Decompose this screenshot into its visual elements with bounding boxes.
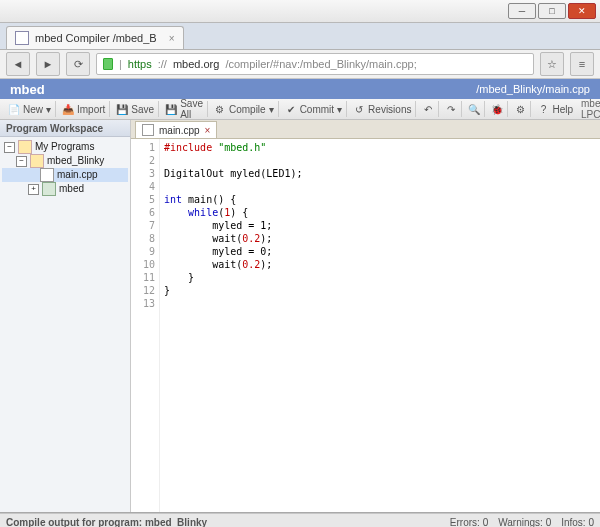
import-button[interactable]: 📥Import bbox=[58, 101, 110, 117]
tab-title: mbed Compiler /mbed_B bbox=[35, 32, 157, 44]
device-selector[interactable]: mbed LPC1768 bbox=[581, 98, 600, 120]
sidebar-title: Program Workspace bbox=[0, 120, 130, 137]
lock-icon bbox=[103, 58, 113, 70]
address-bar: ◄ ► ⟳ | https://mbed.org/compiler/#nav:/… bbox=[0, 50, 600, 79]
expand-icon[interactable]: + bbox=[28, 184, 39, 195]
folder-icon bbox=[30, 154, 44, 168]
output-title: Compile output for program: mbed_Blinky bbox=[6, 517, 207, 528]
tools-button[interactable]: ⚙ bbox=[510, 101, 531, 117]
collapse-icon[interactable]: − bbox=[16, 156, 27, 167]
minimize-button[interactable]: ─ bbox=[508, 3, 536, 19]
back-button[interactable]: ◄ bbox=[6, 52, 30, 76]
workspace: Program Workspace −My Programs −mbed_Bli… bbox=[0, 120, 600, 513]
favicon-icon bbox=[15, 31, 29, 45]
breadcrumb: /mbed_Blinky/main.cpp bbox=[476, 83, 590, 95]
editor-tab-main[interactable]: main.cpp × bbox=[135, 121, 217, 138]
line-gutter: 1 2 3 4 5 6 7 8 9 10 11 12 13 bbox=[131, 139, 160, 512]
folder-icon bbox=[18, 140, 32, 154]
redo-button[interactable]: ↷ bbox=[441, 101, 462, 117]
undo-button[interactable]: ↶ bbox=[418, 101, 439, 117]
tree-project[interactable]: −mbed_Blinky bbox=[2, 154, 128, 168]
commit-button[interactable]: ✔Commit▾ bbox=[281, 101, 347, 117]
menu-button[interactable]: ≡ bbox=[570, 52, 594, 76]
url-scheme: https bbox=[128, 58, 152, 70]
window-titlebar: ─ □ ✕ bbox=[0, 0, 600, 23]
forward-button[interactable]: ► bbox=[36, 52, 60, 76]
tree-file-main[interactable]: main.cpp bbox=[2, 168, 128, 182]
debug-button[interactable]: 🐞 bbox=[487, 101, 508, 117]
browser-tab-strip: mbed Compiler /mbed_B × bbox=[0, 23, 600, 50]
browser-tab[interactable]: mbed Compiler /mbed_B × bbox=[6, 26, 184, 49]
compile-button[interactable]: ⚙Compile▾ bbox=[210, 101, 279, 117]
code-editor[interactable]: 1 2 3 4 5 6 7 8 9 10 11 12 13 #include "… bbox=[131, 139, 600, 512]
tree-root[interactable]: −My Programs bbox=[2, 140, 128, 154]
reload-button[interactable]: ⟳ bbox=[66, 52, 90, 76]
file-icon bbox=[40, 168, 54, 182]
help-button[interactable]: ?Help bbox=[533, 101, 577, 117]
brand-label: mbed bbox=[10, 82, 45, 97]
collapse-icon[interactable]: − bbox=[4, 142, 15, 153]
search-button[interactable]: 🔍 bbox=[464, 101, 485, 117]
url-input[interactable]: | https://mbed.org/compiler/#nav:/mbed_B… bbox=[96, 53, 534, 75]
app-header: mbed /mbed_Blinky/main.cpp bbox=[0, 79, 600, 99]
warnings-count: Warnings: 0 bbox=[498, 517, 551, 528]
errors-count: Errors: 0 bbox=[450, 517, 488, 528]
infos-count: Infos: 0 bbox=[561, 517, 594, 528]
gear-icon bbox=[42, 182, 56, 196]
editor-tab-strip: main.cpp × bbox=[131, 120, 600, 139]
editor-panel: main.cpp × 1 2 3 4 5 6 7 8 9 10 11 12 13… bbox=[131, 120, 600, 512]
revisions-button[interactable]: ↺Revisions bbox=[349, 101, 416, 117]
file-icon bbox=[142, 124, 154, 136]
tree-lib-mbed[interactable]: +mbed bbox=[2, 182, 128, 196]
code-content[interactable]: #include "mbed.h" DigitalOut myled(LED1)… bbox=[160, 139, 302, 512]
file-tree: −My Programs −mbed_Blinky main.cpp +mbed bbox=[0, 137, 130, 199]
save-button[interactable]: 💾Save bbox=[112, 101, 159, 117]
bookmark-button[interactable]: ☆ bbox=[540, 52, 564, 76]
main-toolbar: 📄New▾ 📥Import 💾Save 💾Save All ⚙Compile▾ … bbox=[0, 99, 600, 120]
close-tab-icon[interactable]: × bbox=[169, 33, 175, 44]
program-workspace-panel: Program Workspace −My Programs −mbed_Bli… bbox=[0, 120, 131, 512]
save-all-button[interactable]: 💾Save All bbox=[161, 101, 208, 117]
new-button[interactable]: 📄New▾ bbox=[4, 101, 56, 117]
close-window-button[interactable]: ✕ bbox=[568, 3, 596, 19]
maximize-button[interactable]: □ bbox=[538, 3, 566, 19]
close-icon[interactable]: × bbox=[205, 125, 211, 136]
output-panel: Compile output for program: mbed_Blinky … bbox=[0, 513, 600, 527]
